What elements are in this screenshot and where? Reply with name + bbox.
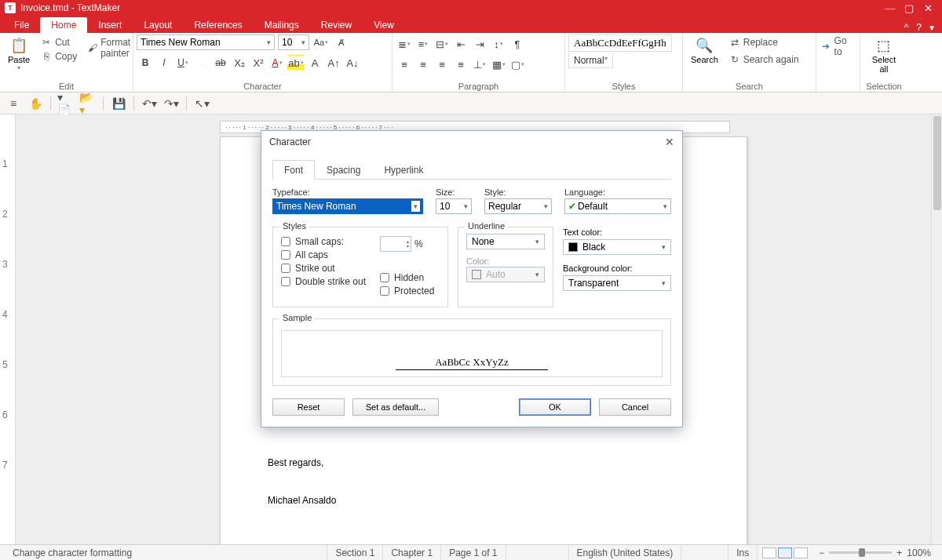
dialog-tab-hyperlink[interactable]: Hyperlink (372, 160, 435, 180)
ribbon-minimize-icon[interactable]: ^ (904, 22, 909, 33)
language-input[interactable]: ✔Default (564, 198, 671, 214)
style-input[interactable]: Regular (484, 198, 552, 214)
copy-button[interactable]: ⎘Copy (39, 50, 78, 63)
line-spacing-button[interactable]: ↕ (490, 36, 507, 52)
tabs-button[interactable]: ⊥ (471, 56, 488, 72)
bullets-button[interactable]: ≣ (396, 36, 413, 52)
vertical-scrollbar[interactable] (931, 115, 942, 544)
tab-layout[interactable]: Layout (133, 17, 183, 33)
paste-button[interactable]: 📋 Paste ▾ (3, 35, 35, 73)
search-again-button[interactable]: ↻Search again (728, 53, 801, 66)
bold-button[interactable]: B (137, 55, 154, 71)
format-painter-button[interactable]: 🖌Format painter (86, 36, 133, 60)
qa-save-icon[interactable]: 💾 (110, 95, 127, 112)
tab-file[interactable]: File (3, 17, 40, 33)
char-dialog-button[interactable]: A (306, 55, 323, 71)
qa-redo-icon[interactable]: ↷▾ (162, 95, 180, 112)
tab-home[interactable]: Home (40, 17, 87, 33)
clear-format-button[interactable]: A̸ (333, 35, 350, 50)
status-page[interactable]: Page 1 of 1 (441, 545, 506, 560)
status-ins[interactable]: Ins (728, 545, 758, 560)
scrollbar-thumb[interactable] (933, 116, 941, 210)
chk-protected[interactable]: Protected (380, 285, 434, 296)
cut-button[interactable]: ✂Cut (39, 36, 78, 49)
doc-line-1: Best regards, (268, 457, 699, 468)
subscript-button[interactable]: X₂ (231, 55, 248, 71)
borders-button[interactable]: ▢ (509, 56, 526, 72)
italic-button[interactable]: I (155, 55, 173, 71)
tab-review[interactable]: Review (310, 17, 363, 33)
align-left-button[interactable]: ≡ (396, 56, 413, 72)
view-outline-button[interactable] (794, 547, 808, 558)
chk-smallcaps[interactable]: Small caps: (281, 236, 366, 247)
status-section[interactable]: Section 1 (327, 545, 383, 560)
font-size-combo[interactable]: 10 (278, 35, 309, 50)
cancel-button[interactable]: Cancel (599, 398, 671, 416)
font-name-combo[interactable]: Times New Roman (137, 35, 275, 50)
reset-button[interactable]: Reset (272, 398, 345, 416)
minimize-button[interactable]: — (881, 2, 900, 14)
qa-cursor-icon[interactable]: ↖▾ (193, 95, 210, 112)
zoom-out-button[interactable]: − (819, 547, 824, 558)
select-all-button[interactable]: ⬚ Select all (867, 35, 901, 75)
qa-hand-icon[interactable]: ✋ (27, 95, 44, 112)
set-default-button[interactable]: Set as default... (352, 398, 439, 416)
style-name[interactable]: Normal▾ (568, 53, 613, 68)
close-button[interactable]: ✕ (918, 2, 937, 14)
replace-button[interactable]: ⇄Replace (728, 36, 801, 49)
tab-references[interactable]: References (183, 17, 253, 33)
view-layout-button[interactable] (778, 547, 792, 558)
strike-button[interactable]: ab (212, 55, 229, 71)
view-normal-button[interactable] (762, 547, 776, 558)
numbering-button[interactable]: ≡ (414, 36, 432, 52)
textcolor-select[interactable]: Black (563, 239, 671, 255)
align-center-button[interactable]: ≡ (414, 56, 432, 72)
help-icon[interactable]: ? (916, 22, 922, 33)
align-right-button[interactable]: ≡ (433, 56, 451, 72)
zoom-in-button[interactable]: + (896, 547, 902, 558)
size-input[interactable]: 10 (436, 198, 472, 214)
shrink-font-button[interactable]: A↓ (344, 55, 361, 71)
goto-button[interactable]: ➔Go to (820, 35, 856, 58)
style-preview[interactable]: AaBbCcDdEeFfGgHh (568, 35, 672, 52)
bgcolor-select[interactable]: Transparent (563, 275, 671, 291)
change-case-button[interactable]: Aa (312, 35, 330, 50)
qa-new-icon[interactable]: ▾📄 (57, 95, 75, 112)
dialog-tab-font[interactable]: Font (272, 160, 315, 180)
inc-indent-button[interactable]: ⇥ (471, 36, 488, 52)
search-button[interactable]: 🔍 Search (686, 35, 723, 66)
underline-select[interactable]: None (466, 234, 545, 249)
align-justify-button[interactable]: ≡ (452, 56, 469, 72)
superscript-button[interactable]: X² (250, 55, 267, 71)
tab-insert[interactable]: Insert (87, 17, 133, 33)
qa-undo-icon[interactable]: ↶▾ (141, 95, 158, 112)
highlight-button[interactable]: ab (287, 55, 305, 71)
chk-allcaps[interactable]: All caps (281, 249, 366, 260)
chk-hidden[interactable]: Hidden (380, 272, 434, 283)
pilcrow-button[interactable]: ¶ (509, 36, 526, 52)
dialog-tab-spacing[interactable]: Spacing (315, 160, 372, 180)
font-color-button[interactable]: A (268, 55, 286, 71)
multilevel-button[interactable]: ⊟ (433, 36, 451, 52)
maximize-button[interactable]: ▢ (900, 2, 918, 14)
chk-dstrike[interactable]: Double strike out (281, 276, 366, 287)
qa-open-icon[interactable]: 📂▾ (79, 95, 97, 112)
typeface-input[interactable]: Times New Roman (272, 198, 423, 214)
chk-strike[interactable]: Strike out (281, 263, 366, 274)
zoom-slider[interactable] (829, 551, 892, 554)
tab-mailings[interactable]: Mailings (254, 17, 310, 33)
status-language[interactable]: English (United States) (569, 545, 682, 560)
zoom-value[interactable]: 100% (907, 547, 931, 558)
ribbon-menu-icon[interactable]: ▾ (929, 22, 934, 33)
shading-button[interactable]: ▦ (490, 56, 507, 72)
ok-button[interactable]: OK (519, 398, 591, 416)
dialog-close-button[interactable]: ✕ (665, 136, 674, 148)
qa-outline-icon[interactable]: ≡ (5, 95, 22, 112)
dec-indent-button[interactable]: ⇤ (452, 36, 469, 52)
status-chapter[interactable]: Chapter 1 (383, 545, 441, 560)
smallcaps-pct-input[interactable] (380, 236, 411, 252)
underline-button[interactable]: U (174, 55, 192, 71)
tab-view[interactable]: View (363, 17, 405, 33)
quick-access-bar: ≡ ✋ ▾📄 📂▾ 💾 ↶▾ ↷▾ ↖▾ (0, 93, 942, 115)
grow-font-button[interactable]: A↑ (325, 55, 342, 71)
